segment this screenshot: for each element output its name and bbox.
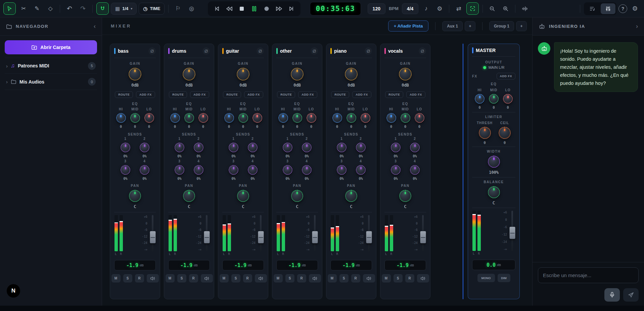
record-arm-button[interactable]: R [243,274,252,282]
add-fx-button[interactable]: ADD FX [244,91,263,98]
group-bus-button[interactable]: Group 1 [489,21,514,31]
collapse-sidebar-button[interactable]: ‹ [94,23,96,30]
send-knob[interactable] [175,143,184,152]
solo-button[interactable]: S [123,274,132,282]
metronome-button[interactable]: ♪ [420,3,432,14]
phase-invert-button[interactable]: Ø [202,47,210,55]
snap-magnet-button[interactable] [96,2,109,15]
eq-lo-knob[interactable] [361,113,370,123]
playlist-view-button[interactable] [585,3,600,14]
pan-knob[interactable] [399,190,411,202]
send-knob[interactable] [356,143,366,152]
eq-hi-knob[interactable] [278,113,288,123]
add-group-button[interactable]: + [516,21,527,31]
send-knob[interactable] [121,143,130,152]
eq-mid-knob[interactable] [347,113,356,123]
record-button[interactable] [263,5,270,12]
fader-handle[interactable] [312,231,318,243]
add-fx-button[interactable]: ADD FX [298,91,317,98]
monitor-button[interactable] [363,274,375,282]
add-fx-button[interactable]: ADD FX [352,91,371,98]
mute-button[interactable]: M [111,274,121,282]
mute-button[interactable]: M [328,274,337,282]
pause-button[interactable] [250,5,258,12]
monitor-button[interactable] [309,274,321,282]
undo-button[interactable]: ↶ [64,3,75,14]
focus-button[interactable] [466,2,479,15]
gain-knob[interactable] [237,68,249,81]
pan-knob[interactable] [291,190,303,202]
eq-mid-knob[interactable] [184,113,194,123]
volume-fader[interactable] [368,215,370,251]
grid-snap-dropdown[interactable]: ▦ 1/4 ▾ [111,3,137,15]
mixer-view-button[interactable] [601,3,615,14]
zoom-out-button[interactable] [487,3,498,14]
phase-invert-button[interactable]: Ø [148,47,156,55]
eq-mid-knob[interactable] [238,113,248,123]
volume-fader[interactable] [260,215,262,251]
eq-lo-knob[interactable] [252,113,262,123]
app-logo[interactable]: N [7,284,20,298]
send-message-button[interactable] [623,288,639,302]
skip-to-end-button[interactable] [288,5,295,12]
monitor-button[interactable] [417,274,429,282]
thresh-knob[interactable] [479,127,491,139]
send-knob[interactable] [283,165,292,175]
eq-hi-knob[interactable] [116,113,126,123]
eq-hi-knob[interactable] [224,113,234,123]
cut-tool-button[interactable]: ✂ [18,3,29,14]
audio-waveform-button[interactable] [519,3,531,14]
solo-button[interactable]: S [339,274,349,282]
send-knob[interactable] [229,165,238,175]
send-knob[interactable] [391,165,401,175]
voice-input-button[interactable] [604,288,620,302]
rewind-button[interactable] [226,5,233,12]
send-knob[interactable] [337,143,347,152]
balance-knob[interactable] [488,186,500,198]
eq-lo-knob[interactable] [198,113,208,123]
eq-hi-knob[interactable] [475,94,485,104]
loop-button[interactable]: ⇄ [453,3,464,14]
stop-button[interactable] [238,5,245,12]
fast-forward-button[interactable] [275,5,283,12]
fader-handle[interactable] [204,231,210,243]
eq-mid-knob[interactable] [130,113,140,123]
send-knob[interactable] [140,165,149,175]
draw-tool-button[interactable]: ✎ [31,3,43,14]
eq-mid-knob[interactable] [401,113,410,123]
add-fx-button[interactable]: ADD FX [406,91,425,98]
volume-fader[interactable] [152,215,153,251]
eq-mid-knob[interactable] [489,94,499,104]
monitor-button[interactable] [255,274,267,282]
fader-handle[interactable] [420,231,426,243]
chat-message-input[interactable] [538,267,639,283]
eq-lo-knob[interactable] [307,113,316,123]
route-button[interactable]: ROUTE [115,91,133,98]
master-volume-fader[interactable] [511,211,513,251]
send-knob[interactable] [356,165,366,175]
solo-button[interactable]: S [285,274,294,282]
zoom-in-button[interactable] [500,3,511,14]
record-arm-button[interactable]: R [297,274,306,282]
settings-button[interactable]: ⚙ [629,3,641,14]
pan-knob[interactable] [345,190,357,202]
record-arm-button[interactable]: R [405,274,414,282]
eq-lo-knob[interactable] [144,113,154,123]
solo-button[interactable]: S [177,274,186,282]
sidebar-item-patrones-midi[interactable]: › ♫ Patrones MIDI 5 [5,58,97,74]
bpm-value-input[interactable]: 120 [368,3,385,14]
solo-button[interactable]: S [394,274,403,282]
marker-flag-button[interactable]: ⚐ [172,3,184,14]
add-fx-button[interactable]: ADD FX [497,73,516,80]
eq-lo-knob[interactable] [503,94,513,104]
send-knob[interactable] [175,165,184,175]
send-knob[interactable] [121,165,130,175]
send-knob[interactable] [302,143,312,152]
send-knob[interactable] [229,143,238,152]
phase-invert-button[interactable]: Ø [311,47,318,55]
sidebar-item-mis-audios[interactable]: › Mis Audios 0 [5,74,97,90]
send-knob[interactable] [302,165,312,175]
send-knob[interactable] [337,165,347,175]
gain-knob[interactable] [183,68,195,81]
fader-handle[interactable] [366,231,372,243]
